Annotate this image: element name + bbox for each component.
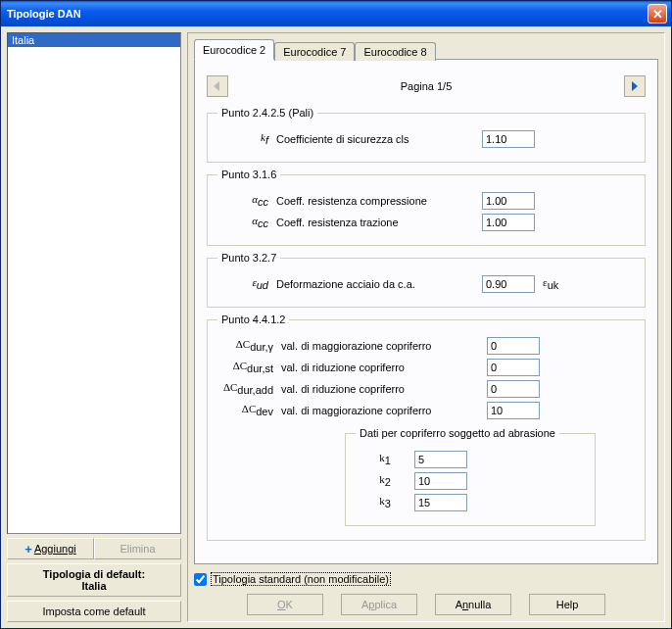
tab-page: Pagina 1/5 Punto 2.4.2.5 (Pali) kf Coeff… [194,59,658,564]
kf-label: Coefficiente di sicurezza cls [276,133,482,145]
list-item[interactable]: Italia [8,33,180,47]
abrasion-section: Dati per copriferro soggetto ad abrasion… [345,427,596,526]
symbol-kf: kf [217,131,276,146]
tab-eurocodice-7[interactable]: Eurocodice 7 [274,42,355,61]
acc-compression-input[interactable] [482,192,535,210]
eud-label: Deformazione acciaio da c.a. [276,278,482,290]
section-327: Punto 3.2.7 εud Deformazione acciaio da … [207,252,646,308]
section-2425: Punto 2.4.2.5 (Pali) kf Coefficiente di … [207,107,646,163]
k3-label: k3 [356,495,414,509]
symbol-dcdur-st: ΔCdur,st [217,360,281,374]
section-legend: Punto 3.1.6 [217,169,280,180]
dialog-window: Tipologie DAN ✕ Italia + Aggiungi Elimin… [0,0,672,629]
section-legend: Punto 2.4.2.5 (Pali) [217,107,317,119]
eud-input[interactable] [482,275,535,293]
default-value: Italia [12,580,176,592]
symbol-dcdev: ΔCdev [217,403,281,417]
arrow-left-icon [212,80,223,92]
help-button[interactable]: Help [529,594,605,615]
plus-icon: + [24,543,32,556]
k2-label: k2 [356,473,414,488]
tab-strip: Eurocodice 2 Eurocodice 7 Eurocodice 8 [194,39,658,60]
standard-typology-checkbox-row[interactable]: Tipologia standard (non modificabile) [194,572,658,586]
ok-button: OK [247,594,323,615]
dcdur-add-input[interactable] [487,380,540,398]
typology-list[interactable]: Italia [7,32,181,534]
page-indicator: Pagina 1/5 [228,80,624,92]
k2-input[interactable] [414,472,467,490]
dcdur-add-label: val. di riduzione copriferro [281,383,487,395]
acc-traction-input[interactable] [482,214,535,231]
dcdur-st-label: val. di riduzione copriferro [281,362,487,373]
section-legend: Punto 3.2.7 [217,252,280,264]
add-button[interactable]: + Aggiungi [7,538,94,559]
bottom-bar: Tipologia standard (non modificabile) OK… [194,572,658,615]
standard-typology-label: Tipologia standard (non modificabile) [211,572,391,586]
dcdev-label: val. di maggiorazione copriferro [281,405,487,416]
delete-button: Elimina [94,538,181,559]
apply-button: Applica [341,594,417,615]
k1-input[interactable] [414,451,467,468]
cancel-button[interactable]: Annulla [435,594,511,615]
k1-label: k1 [356,452,414,466]
section-legend: Punto 4.4.1.2 [217,314,289,325]
dcdev-input[interactable] [487,402,540,419]
symbol-eud: εud [217,276,276,291]
k3-input[interactable] [414,494,467,511]
section-316: Punto 3.1.6 αcc Coeff. resistenza compre… [207,169,646,246]
close-icon[interactable]: ✕ [648,4,667,24]
default-label: Tipologia di default: [12,568,176,580]
default-typology-box: Tipologia di default: Italia [7,563,181,597]
next-page-button[interactable] [624,75,646,97]
set-default-button[interactable]: Imposta come default [7,601,181,622]
dialog-body: Italia + Aggiungi Elimina Tipologia di d… [1,26,671,628]
titlebar[interactable]: Tipologie DAN ✕ [1,1,671,26]
kf-input[interactable] [482,130,535,148]
dcdur-st-input[interactable] [487,359,540,376]
tab-eurocodice-2[interactable]: Eurocodice 2 [194,39,274,60]
section-4412: Punto 4.4.1.2 ΔCdur,γ val. di maggiorazi… [207,314,646,541]
symbol-dcdur-add: ΔCdur,add [217,381,281,396]
symbol-acc: αcc [217,193,276,208]
window-title: Tipologie DAN [7,8,81,20]
acc-compression-label: Coeff. resistenza compressione [276,195,482,207]
symbol-acc: αcc [217,215,276,229]
tab-eurocodice-8[interactable]: Eurocodice 8 [355,42,435,61]
symbol-euk: εuk [543,276,558,291]
dcdur-gamma-input[interactable] [487,337,540,355]
prev-page-button [207,75,228,97]
arrow-right-icon [629,80,641,92]
standard-typology-checkbox[interactable] [194,573,207,586]
abrasion-legend: Dati per copriferro soggetto ad abrasion… [356,427,559,439]
dcdur-gamma-label: val. di maggiorazione copriferro [281,340,487,352]
symbol-dcdur-gamma: ΔCdur,γ [217,338,281,353]
right-panel: Eurocodice 2 Eurocodice 7 Eurocodice 8 P… [187,32,665,622]
acc-traction-label: Coeff. resistenza trazione [276,217,482,228]
left-panel: Italia + Aggiungi Elimina Tipologia di d… [7,32,181,622]
